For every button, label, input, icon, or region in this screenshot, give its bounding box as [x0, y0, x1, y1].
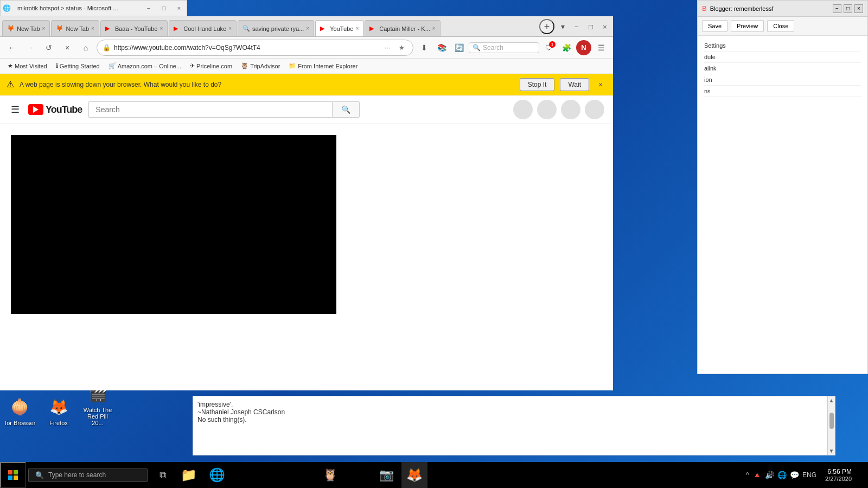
youtube-menu-button[interactable]: ☰	[9, 101, 22, 118]
tab-youtube[interactable]: ▶ YouTube ×	[315, 20, 363, 36]
back-button[interactable]: ←	[4, 40, 20, 55]
extra-taskbar-item-1[interactable]: ⚙	[345, 462, 371, 488]
list-all-tabs-button[interactable]: ▾	[557, 21, 569, 33]
action-center-icon[interactable]: 💬	[790, 471, 799, 479]
desktop-icon-firefox[interactable]: 🦊 Firefox	[39, 393, 78, 429]
firefox-desktop-icon: 🦊	[48, 396, 69, 418]
home-button[interactable]: ⌂	[78, 40, 93, 55]
synced-tabs-button[interactable]: 🔄	[451, 40, 467, 55]
mikrotik-maximize-button[interactable]: □	[156, 1, 171, 16]
tab-newtab-2[interactable]: 🦊 New Tab ×	[51, 20, 99, 36]
blog-scrollbar[interactable]: ▲ ▼	[827, 396, 835, 455]
blogger-minimize-button[interactable]: −	[833, 4, 841, 13]
youtube-header-icon-2[interactable]	[537, 100, 557, 119]
scrollbar-up-arrow[interactable]: ▲	[829, 397, 834, 403]
tab-newtab-1[interactable]: 🦊 New Tab ×	[2, 20, 50, 36]
mail-taskbar-item[interactable]: ✉	[260, 462, 286, 488]
file-explorer-taskbar-item[interactable]: 📁	[176, 462, 202, 488]
blogger-location-link[interactable]: ion	[704, 74, 861, 86]
tab-favicon-coolhand: ▶	[174, 25, 181, 33]
blogger-maximize-button[interactable]: □	[844, 4, 852, 13]
forward-button[interactable]: →	[23, 40, 38, 55]
firefox-menu-button[interactable]: ☰	[593, 40, 609, 55]
stop-button[interactable]: ×	[60, 40, 75, 55]
youtube-header-icon-1[interactable]	[513, 100, 533, 119]
task-view-button[interactable]: ⧉	[152, 462, 174, 488]
show-desktop-button[interactable]	[860, 462, 864, 488]
blogger-schedule-link[interactable]: dule	[704, 52, 861, 63]
tab-close-youtube[interactable]: ×	[355, 25, 359, 31]
download-button[interactable]: ⬇	[417, 40, 432, 55]
taskbar-systray: ^ 🔺 🔊 🌐 💬 ENG	[745, 471, 816, 479]
blogger-settings-link[interactable]: Settings	[704, 40, 861, 52]
taskbar-clock[interactable]: 6:56 PM 2/27/2020	[821, 468, 856, 482]
youtube-header-icon-3[interactable]	[561, 100, 580, 119]
tab-close-captain[interactable]: ×	[432, 25, 436, 31]
warning-close-button[interactable]: ×	[595, 79, 607, 91]
start-button[interactable]	[0, 462, 26, 488]
ff-minimize-button[interactable]: −	[571, 21, 583, 33]
firefox-taskbar-item[interactable]: 🦊	[401, 462, 427, 488]
blogger-close-post-button[interactable]: Close	[767, 20, 794, 32]
tripadvisor-taskbar-item[interactable]: 🦉	[317, 462, 343, 488]
new-tab-button[interactable]: +	[539, 19, 554, 34]
scrollbar-down-arrow[interactable]: ▼	[829, 448, 834, 454]
url-bar[interactable]: 🔒 https://www.youtube.com/watch?v=OqSg7W…	[97, 40, 413, 56]
profile-avatar[interactable]: N	[576, 40, 591, 55]
extensions-button[interactable]: 🧩	[559, 40, 574, 55]
mikrotik-minimize-button[interactable]: −	[141, 1, 156, 16]
ff-close-button[interactable]: ×	[599, 21, 611, 33]
taskbar-search-bar[interactable]: 🔍 Type here to search	[28, 468, 148, 482]
ff-maximize-button[interactable]: □	[585, 21, 597, 33]
bookmark-tripadvisor[interactable]: 🦉 TripAdvisor	[238, 61, 283, 70]
store-taskbar-item[interactable]: 🛍	[232, 462, 258, 488]
youtube-logo[interactable]: YouTube	[28, 104, 82, 115]
tab-baaa[interactable]: ▶ Baaa - YouTube ×	[100, 20, 168, 36]
youtube-video-player[interactable]	[11, 135, 336, 314]
bookmark-star-button[interactable]: ★	[395, 42, 407, 54]
tab-favicon-baaa: ▶	[105, 25, 113, 33]
camera-taskbar-item[interactable]: 📷	[373, 462, 399, 488]
tab-close-newtab-1[interactable]: ×	[42, 25, 46, 31]
tab-saving[interactable]: 🔍 saving private rya... ×	[238, 20, 314, 36]
toolbar-search-bar[interactable]: 🔍 Search	[469, 42, 539, 53]
scrollbar-thumb[interactable]	[829, 413, 834, 429]
tab-coolhand[interactable]: ▶ Cool Hand Luke ×	[169, 20, 237, 36]
edge-taskbar-item[interactable]: 🌐	[204, 462, 230, 488]
volume-icon[interactable]: 🔊	[765, 471, 774, 479]
tab-close-saving[interactable]: ×	[306, 25, 309, 31]
tab-close-coolhand[interactable]: ×	[228, 25, 232, 31]
stop-it-button[interactable]: Stop It	[520, 78, 555, 91]
tab-close-baaa[interactable]: ×	[159, 25, 163, 31]
blogger-save-button[interactable]: Save	[702, 20, 727, 32]
bookmark-priceline[interactable]: ✈ Priceline.com	[187, 61, 235, 70]
blogger-preview-button[interactable]: Preview	[731, 20, 764, 32]
tab-captain[interactable]: ▶ Captain Miller - K... ×	[365, 20, 440, 36]
bookmark-tripadvisor-label: TripAdvisor	[250, 63, 280, 69]
wait-button[interactable]: Wait	[560, 78, 589, 91]
amazon-taskbar-item[interactable]: 🅰	[289, 462, 315, 488]
reload-button[interactable]: ↺	[41, 40, 56, 55]
youtube-search-button[interactable]: 🔍	[332, 101, 360, 118]
tracking-protection-button[interactable]: 🛡 1	[541, 40, 557, 55]
firefox-window: 🦊 New Tab × 🦊 New Tab × ▶ Baaa - YouTube…	[0, 16, 613, 390]
bookmark-amazon[interactable]: 🛒 Amazon.com – Online...	[105, 61, 184, 70]
blogger-options-link[interactable]: ns	[704, 86, 861, 97]
bookmark-ie[interactable]: 📁 From Internet Explorer	[285, 61, 361, 70]
blogger-permalink-link[interactable]: alink	[704, 63, 861, 74]
mikrotik-close-button[interactable]: ×	[171, 1, 187, 16]
youtube-header-icon-4[interactable]	[585, 100, 604, 119]
youtube-search-input[interactable]	[88, 101, 332, 118]
network-icon[interactable]: 🌐	[777, 471, 787, 479]
bookmarks-library-button[interactable]: 📚	[434, 40, 449, 55]
language-indicator[interactable]: ENG	[802, 471, 816, 479]
blogger-close-button[interactable]: ×	[854, 4, 863, 13]
tab-close-newtab-2[interactable]: ×	[91, 25, 94, 31]
bookmark-getting-started[interactable]: ℹ Getting Started	[53, 61, 103, 70]
desktop-icon-tor-browser[interactable]: 🧅 Tor Browser	[0, 393, 39, 429]
bitdefender-icon[interactable]: 🔺	[752, 471, 762, 479]
systray-chevron[interactable]: ^	[745, 471, 749, 479]
url-more-button[interactable]: ···	[381, 42, 393, 54]
bookmark-most-visited[interactable]: ★ Most Visited	[4, 61, 50, 70]
blogger-titlebar: B Blogger: rememberlessf − □ ×	[698, 1, 867, 17]
